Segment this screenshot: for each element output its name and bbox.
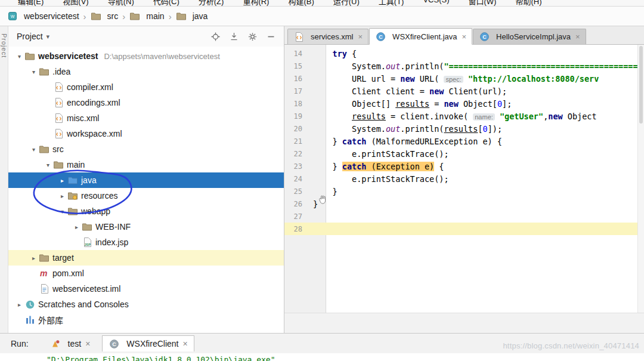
chevron-right-icon[interactable]: ▸ bbox=[57, 193, 67, 199]
code-line-17[interactable]: 17 Client client = new Client(url); bbox=[284, 85, 644, 97]
code-line-19[interactable]: 19 results = client.invoke( name: "getUs… bbox=[284, 110, 644, 122]
close-icon[interactable]: × bbox=[85, 339, 90, 348]
chevron-right-icon[interactable]: ▸ bbox=[29, 255, 39, 261]
run-tab-test[interactable]: test× bbox=[44, 335, 97, 351]
tree-item-misc-xml[interactable]: misc.xml bbox=[8, 110, 284, 126]
project-path-hint: D:\appsets\maven\webservicetest bbox=[104, 52, 219, 61]
test-icon bbox=[50, 340, 61, 348]
tree-item-pom-xml[interactable]: mpom.xml bbox=[8, 266, 284, 281]
line-number: 17 bbox=[284, 87, 313, 95]
chevron-down-icon[interactable]: ▾ bbox=[14, 53, 24, 60]
close-icon[interactable]: × bbox=[358, 32, 363, 41]
chevron-right-icon[interactable]: ▸ bbox=[14, 301, 24, 308]
tree-item-target[interactable]: ▸target bbox=[8, 250, 284, 266]
tree-item-resources[interactable]: ▸resources bbox=[8, 188, 284, 203]
chevron-right-icon[interactable]: ▸ bbox=[72, 224, 82, 230]
locate-icon[interactable] bbox=[211, 32, 220, 41]
collapse-all-icon[interactable] bbox=[230, 32, 239, 41]
menu-item[interactable]: VCS(S) bbox=[423, 0, 449, 7]
project-panel: Project ▾ ▾webservicetestD:\appsets\mave… bbox=[8, 26, 284, 333]
line-number: 22 bbox=[284, 150, 313, 158]
settings-icon[interactable] bbox=[248, 32, 257, 41]
tree-item-scratches-and-consoles[interactable]: ▸Scratches and Consoles bbox=[8, 297, 284, 312]
code-line-20[interactable]: 20 System.out.println(results[0]); bbox=[284, 122, 644, 135]
breadcrumb-item-java[interactable]: java bbox=[176, 11, 208, 21]
tree-item-webservicetest[interactable]: ▾webservicetestD:\appsets\maven\webservi… bbox=[8, 48, 284, 64]
menu-item[interactable]: 代码(C) bbox=[153, 0, 179, 7]
code-line-14[interactable]: 14 try { bbox=[284, 47, 644, 60]
code-line-21[interactable]: 21 } catch (MalformedURLException e) { bbox=[284, 135, 644, 147]
tree-item-idea[interactable]: ▾.idea bbox=[8, 64, 284, 79]
breadcrumb-item-main[interactable]: main bbox=[129, 11, 164, 21]
line-number: 26 bbox=[284, 200, 313, 208]
tree-item-workspace-xml[interactable]: workspace.xml bbox=[8, 126, 284, 141]
project-panel-title[interactable]: Project bbox=[17, 32, 43, 41]
tree-item-compiler-xml[interactable]: compiler.xml bbox=[8, 79, 284, 95]
chevron-down-icon[interactable]: ▾ bbox=[43, 162, 53, 168]
hand-cursor-icon bbox=[319, 195, 327, 206]
code-line-15[interactable]: 15 System.out.println("=================… bbox=[284, 60, 644, 72]
folder-icon bbox=[82, 223, 92, 231]
editor-tab-wsxfireclient-java[interactable]: CWSXfireClient.java× bbox=[369, 28, 472, 45]
menu-bar: 编辑(E)视图(V)导航(N)代码(C)分析(Z)重构(R)构建(B)运行(U)… bbox=[0, 0, 644, 7]
tree-item-src[interactable]: ▾src bbox=[8, 141, 284, 157]
tree-item-index-jsp[interactable]: JSPindex.jsp bbox=[8, 235, 284, 250]
menu-item[interactable]: 工具(T) bbox=[379, 0, 404, 7]
tree-item-external-libraries[interactable]: 外部库 bbox=[8, 312, 284, 328]
breadcrumb-item-webservicetest[interactable]: Wwebservicetest bbox=[7, 11, 79, 21]
menu-item[interactable]: 导航(N) bbox=[108, 0, 134, 7]
project-tree: ▾webservicetestD:\appsets\maven\webservi… bbox=[8, 47, 284, 333]
folder-icon bbox=[39, 67, 49, 76]
code-line-22[interactable]: 22 e.printStackTrace(); bbox=[284, 147, 644, 160]
code-line-24[interactable]: 24 e.printStackTrace(); bbox=[284, 172, 644, 185]
project-stripe-button[interactable]: Project bbox=[1, 33, 8, 58]
menu-item[interactable]: 视图(V) bbox=[63, 0, 88, 7]
editor-area: services.xml×CWSXfireClient.java×CHelloS… bbox=[284, 26, 644, 333]
editor-scrollbar[interactable] bbox=[637, 45, 644, 313]
code-line-23[interactable]: 23 } catch (Exception e) { bbox=[284, 160, 644, 172]
tree-item-web-inf[interactable]: ▸WEB-INF bbox=[8, 219, 284, 235]
code-line-28[interactable]: 28 bbox=[284, 223, 644, 235]
hide-icon[interactable] bbox=[267, 32, 275, 41]
run-tab-wsxfireclient[interactable]: CWSXfireClient× bbox=[102, 335, 194, 351]
menu-item[interactable]: 帮助(H) bbox=[515, 0, 541, 7]
xml-icon bbox=[53, 129, 64, 138]
code-line-18[interactable]: 18 Object[] results = new Object[0]; bbox=[284, 97, 644, 110]
iml-icon bbox=[39, 284, 49, 294]
folder-icon bbox=[39, 145, 49, 153]
tree-item-webservicetest-iml[interactable]: webservicetest.iml bbox=[8, 281, 284, 297]
menu-item[interactable]: 窗口(W) bbox=[469, 0, 497, 7]
chevron-down-icon[interactable]: ▾ bbox=[47, 33, 50, 41]
code-line-25[interactable]: 25 } bbox=[284, 185, 644, 198]
chevron-down-icon[interactable]: ▾ bbox=[29, 69, 39, 75]
breadcrumb-item-src[interactable]: src bbox=[91, 11, 119, 21]
tree-item-java[interactable]: ▸java bbox=[8, 172, 284, 188]
tree-item-main[interactable]: ▾main bbox=[8, 157, 284, 172]
tree-item-encodings-xml[interactable]: encodings.xml bbox=[8, 95, 284, 110]
folder-resources-icon bbox=[67, 192, 78, 200]
code-editor[interactable]: 14 try {15 System.out.println("=========… bbox=[284, 45, 644, 313]
menu-item[interactable]: 运行(U) bbox=[333, 0, 360, 7]
menu-item[interactable]: 构建(B) bbox=[288, 0, 314, 7]
code-line-26[interactable]: 26} bbox=[284, 198, 644, 210]
chevron-right-icon[interactable]: ▸ bbox=[57, 177, 67, 184]
close-icon[interactable]: × bbox=[462, 32, 466, 41]
menu-item[interactable]: 重构(R) bbox=[243, 0, 269, 7]
menu-item[interactable]: 编辑(E) bbox=[18, 0, 44, 7]
close-icon[interactable]: × bbox=[182, 339, 187, 348]
scrollbar-thumb[interactable] bbox=[639, 46, 643, 124]
tree-item-webapp[interactable]: ▾webapp bbox=[8, 203, 284, 219]
line-number: 25 bbox=[284, 187, 313, 196]
code-line-16[interactable]: 16 URL url = new URL( spec: "http://loca… bbox=[284, 72, 644, 85]
close-icon[interactable]: × bbox=[575, 32, 580, 41]
chevron-down-icon[interactable]: ▾ bbox=[29, 146, 39, 153]
code-line-27[interactable]: 27 bbox=[284, 210, 644, 223]
main-area: Project Project ▾ ▾webservicetestD:\apps… bbox=[0, 26, 644, 333]
chevron-down-icon[interactable]: ▾ bbox=[57, 208, 67, 215]
svg-text:C: C bbox=[112, 341, 116, 347]
menu-item[interactable]: 分析(Z) bbox=[199, 0, 224, 7]
editor-tab-helloserviceimpl-java[interactable]: CHelloServiceImpl.java× bbox=[473, 29, 586, 44]
chevron-right-icon: › bbox=[122, 11, 125, 21]
run-panel-label: Run: bbox=[11, 339, 29, 348]
editor-tab-services-xml[interactable]: services.xml× bbox=[287, 29, 369, 44]
